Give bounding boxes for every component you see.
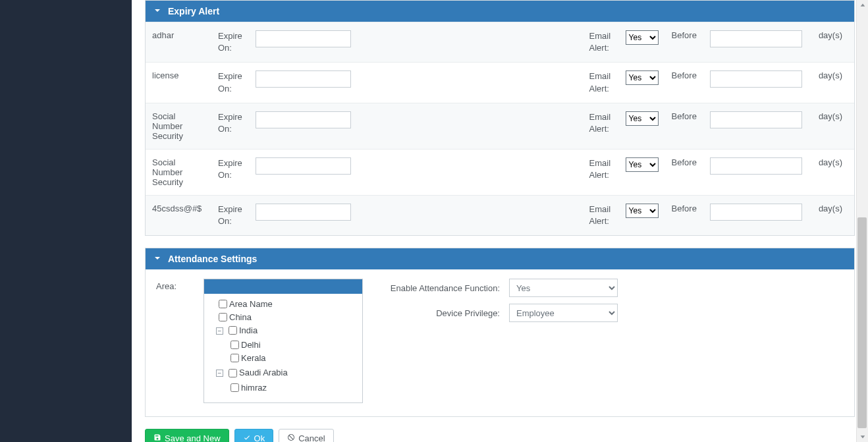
device-privilege-label: Device Privilege: [389,308,509,318]
days-suffix: day(s) [812,149,854,195]
area-tree: Area NameChina−IndiaDelhiKerala−Saudi Ar… [203,279,363,402]
expire-on-label: Expire On: [211,103,249,149]
tree-toggle[interactable]: − [216,327,223,335]
before-days-input[interactable] [710,30,802,47]
expiry-alert-row: Social Number SecurityExpire On:Email Al… [146,149,854,195]
tree-node-checkbox[interactable] [231,341,239,349]
ok-button[interactable]: Ok [234,429,274,442]
email-alert-select[interactable]: YesNo [626,30,659,45]
days-suffix: day(s) [812,195,854,235]
expire-on-label: Expire On: [211,63,249,103]
tree-node: China [216,311,362,324]
expiry-alert-item-name: 45csdss@#$ [146,195,211,235]
email-alert-label: Email Alert: [583,149,619,195]
tree-node: Area Name [216,298,362,311]
tree-node: −IndiaDelhiKerala [216,324,362,366]
email-alert-label: Email Alert: [583,63,619,103]
expiry-alert-row: Social Number SecurityExpire On:Email Al… [146,103,854,149]
before-days-input[interactable] [710,70,802,88]
before-label: Before [665,149,703,195]
email-alert-label: Email Alert: [583,103,619,149]
cancel-label: Cancel [298,433,325,442]
expiry-alert-item-name: Social Number Security [146,149,211,195]
expiry-alert-row: adharExpire On:Email Alert:YesNoBeforeda… [146,22,854,63]
chevron-down-icon [153,254,161,264]
before-label: Before [665,103,703,149]
email-alert-label: Email Alert: [583,22,619,63]
ok-label: Ok [254,433,265,442]
panel-title-attendance-settings: Attendance Settings [168,254,257,264]
expire-on-label: Expire On: [211,149,249,195]
expiry-alert-row: 45csdss@#$Expire On:Email Alert:YesNoBef… [146,195,854,235]
enable-attendance-select[interactable]: YesNo [509,279,618,297]
days-suffix: day(s) [812,22,854,63]
before-days-input[interactable] [710,204,802,221]
expiry-alert-item-name: Social Number Security [146,103,211,149]
expiry-alert-item-name: adhar [146,22,211,63]
before-label: Before [665,63,703,103]
save-and-new-label: Save and New [165,433,221,442]
days-suffix: day(s) [812,63,854,103]
expire-on-input[interactable] [256,111,351,128]
area-tree-header [204,279,362,294]
expire-on-input[interactable] [256,204,351,221]
email-alert-select[interactable]: YesNo [626,204,659,218]
action-bar: Save and New Ok Cancel [145,429,855,442]
tree-node: Delhi [228,339,362,352]
tree-node: −Saudi Arabiahimraz [216,366,362,395]
expiry-alert-row: licenseExpire On:Email Alert:YesNoBefore… [146,63,854,103]
tree-toggle[interactable]: − [216,370,223,377]
expire-on-input[interactable] [256,157,351,175]
scroll-down-arrow-icon [859,433,866,440]
tree-node-checkbox[interactable] [229,369,237,377]
tree-node-label: himraz [241,383,267,393]
expire-on-label: Expire On: [211,22,249,63]
panel-header-expiry-alert[interactable]: Expiry Alert [146,1,854,22]
panel-title-expiry-alert: Expiry Alert [168,6,219,16]
tree-node: himraz [228,381,362,395]
panel-header-attendance-settings[interactable]: Attendance Settings [146,248,854,269]
panel-expiry-alert: Expiry Alert adharExpire On:Email Alert:… [145,0,855,236]
email-alert-label: Email Alert: [583,195,619,235]
expiry-alert-item-name: license [146,63,211,103]
days-suffix: day(s) [812,103,854,149]
tree-node-checkbox[interactable] [229,326,237,335]
enable-attendance-label: Enable Attendance Function: [389,283,509,293]
cancel-icon [287,433,295,442]
cancel-button[interactable]: Cancel [279,429,333,442]
panel-attendance-settings: Attendance Settings Area: Area NameChina… [145,248,855,416]
main-content: Expiry Alert adharExpire On:Email Alert:… [132,0,868,442]
tree-node-label: India [239,325,258,335]
area-label: Area: [156,279,197,402]
tree-node-label: Kerala [241,353,266,363]
tree-node-checkbox[interactable] [219,300,227,308]
tree-node-checkbox[interactable] [231,354,239,362]
vertical-scrollbar[interactable] [856,0,868,442]
save-icon [153,433,161,442]
check-icon [243,433,251,442]
expiry-alert-table: adharExpire On:Email Alert:YesNoBeforeda… [146,22,854,235]
expire-on-input[interactable] [256,30,351,47]
email-alert-select[interactable]: YesNo [626,111,659,126]
before-days-input[interactable] [710,157,802,175]
tree-node: Kerala [228,352,362,365]
sidebar-dark [0,0,132,442]
before-days-input[interactable] [710,111,802,128]
save-and-new-button[interactable]: Save and New [145,429,229,442]
before-label: Before [665,22,703,63]
scrollbar-thumb[interactable] [857,217,867,428]
expire-on-input[interactable] [256,70,351,88]
expire-on-label: Expire On: [211,195,249,235]
tree-node-checkbox[interactable] [219,313,227,321]
email-alert-select[interactable]: YesNo [626,70,659,85]
before-label: Before [665,195,703,235]
tree-node-label: China [229,312,252,322]
device-privilege-select[interactable]: Employee [509,304,618,322]
tree-node-label: Delhi [241,340,261,350]
tree-node-label: Area Name [229,299,273,309]
email-alert-select[interactable]: YesNo [626,157,659,172]
tree-node-label: Saudi Arabia [239,368,288,377]
tree-node-checkbox[interactable] [231,383,239,392]
chevron-down-icon [153,6,161,16]
scroll-up-arrow-icon [859,2,866,9]
